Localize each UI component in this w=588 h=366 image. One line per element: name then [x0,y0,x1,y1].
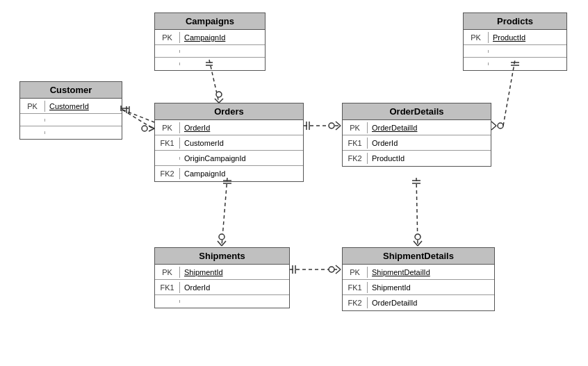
orderdetails-fk2: FK2 [343,153,368,164]
svg-line-24 [491,122,496,126]
table-shipmentdetails: ShipmentDetails PK ShipmentDetailId FK1 … [342,247,495,311]
svg-point-17 [216,92,222,97]
connector-shipments-shipmentdetails [290,265,341,274]
orderdetails-row-2: FK1 OrderId [343,135,491,151]
table-prodicts: Prodicts PK ProductId [463,13,567,71]
campaigns-pk: PK [155,32,180,43]
svg-line-22 [336,126,341,130]
shipmentdetails-fk2: FK2 [343,297,368,308]
orderdetails-row-1: PK OrderDetailId [343,120,491,135]
svg-line-33 [218,241,222,246]
prodicts-row-2 [464,45,566,58]
table-shipments: Shipments PK ShipmentId FK1 OrderId [154,247,290,308]
orders-row-1: PK OrderId [155,120,303,135]
table-orders: Orders PK OrderId FK1 CustomerId OriginC… [154,103,304,182]
campaigns-row-2 [155,45,265,58]
svg-point-23 [329,123,334,128]
customer-pk: PK [20,101,45,112]
shipmentdetails-shipmentid: ShipmentId [368,282,415,293]
svg-line-21 [336,122,341,126]
prodicts-productid: ProductId [489,32,530,43]
prodicts-header: Prodicts [464,13,566,30]
orderdetails-orderid: OrderId [368,138,402,149]
campaigns-header: Campaigns [155,13,265,30]
shipments-orderid: OrderId [180,282,214,293]
shipmentdetails-pk: PK [343,267,368,278]
shipmentdetails-fk1: FK1 [343,282,368,293]
shipmentdetails-id: ShipmentDetailId [368,267,434,278]
connector-orders-shipments [218,178,231,246]
campaigns-campaignid: CampaignId [180,32,229,43]
svg-point-11 [142,126,147,131]
svg-line-46 [336,269,341,274]
orderdetails-pk: PK [343,122,368,133]
orders-fk2: FK2 [155,168,180,179]
orderdetails-row-3: FK2 ProductId [343,151,491,166]
shipments-shipmentid: ShipmentId [180,267,227,278]
shipmentdetails-row-3: FK2 OrderDetailId [343,295,494,310]
svg-line-9 [149,126,154,128]
shipments-row-3 [155,295,289,308]
customer-customerid: CustomerId [45,101,93,112]
orders-campaignid: CampaignId [180,168,229,179]
svg-line-25 [491,126,496,130]
svg-line-40 [418,241,422,246]
svg-line-10 [149,128,154,131]
orders-pk: PK [155,122,180,133]
svg-line-39 [414,241,418,246]
orderdetails-header: OrderDetails [343,103,491,120]
orders-row-4: FK2 CampaignId [155,166,303,181]
orders-row-3: OriginCampaignId [155,151,303,166]
customer-row-1: PK CustomerId [20,99,122,114]
svg-line-5 [122,110,154,122]
shipments-pk: PK [155,267,180,278]
prodicts-pk: PK [464,32,489,43]
customer-header: Customer [20,82,122,99]
table-orderdetails: OrderDetails PK OrderDetailId FK1 OrderI… [342,103,491,167]
connector-orders-orderdetails [304,122,341,130]
orderdetails-fk1: FK1 [343,138,368,149]
orders-header: Orders [155,103,303,120]
svg-line-38 [416,178,418,246]
orders-origincampaignid: OriginCampaignId [180,153,250,164]
customer-row-3 [20,126,122,139]
svg-point-35 [219,234,224,240]
svg-line-45 [336,265,341,269]
shipmentdetails-orderdetailid: OrderDetailId [368,297,421,308]
orderdetails-productid: ProductId [368,153,409,164]
shipments-header: Shipments [155,248,289,265]
orderdetails-id: OrderDetailId [368,122,421,133]
shipments-row-2: FK1 OrderId [155,280,289,295]
campaigns-row-3 [155,58,265,70]
campaigns-row-1: PK CampaignId [155,30,265,45]
shipmentdetails-row-1: PK ShipmentDetailId [343,265,494,280]
shipmentdetails-header: ShipmentDetails [343,248,494,265]
customer-row-2 [20,114,122,126]
orders-customerid: CustomerId [180,138,228,149]
table-campaigns: Campaigns PK CampaignId [154,13,266,71]
shipments-row-1: PK ShipmentId [155,265,289,280]
connector-customer-orders [122,106,154,131]
erd-diagram: Customer PK CustomerId Campaigns PK Camp… [0,0,588,366]
shipments-fk1: FK1 [155,282,180,293]
orders-fk1: FK1 [155,138,180,149]
svg-point-41 [415,234,420,240]
svg-point-47 [329,267,334,272]
orders-orderid: OrderId [180,122,214,133]
table-customer: Customer PK CustomerId [19,81,122,140]
shipmentdetails-row-2: FK1 ShipmentId [343,280,494,295]
connector-orderdetails-shipmentdetails [412,178,422,246]
svg-point-26 [498,123,503,128]
svg-line-32 [222,178,227,246]
svg-line-34 [222,241,226,246]
prodicts-row-3 [464,58,566,70]
prodicts-row-1: PK ProductId [464,30,566,45]
orders-row-2: FK1 CustomerId [155,135,303,151]
svg-line-8 [122,110,153,128]
